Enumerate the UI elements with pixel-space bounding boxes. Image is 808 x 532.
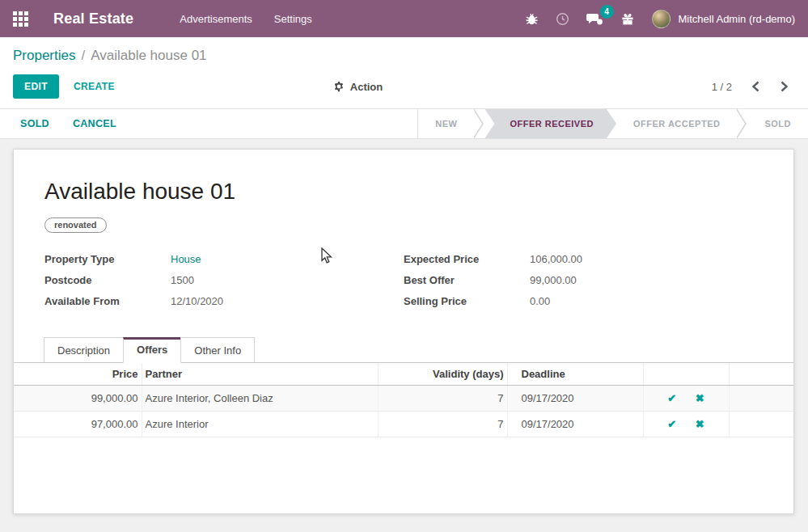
action-menu-button[interactable]: Action — [333, 81, 383, 93]
tab-bar: Description Offers Other Info — [14, 337, 793, 363]
form-status-row: SOLD CANCEL NEW OFFER RECEIVED OFFER ACC… — [0, 109, 808, 139]
field-value: 0.00 — [530, 295, 550, 308]
offer-row[interactable]: 99,000.00 Azure Interior, Colleen Diaz 7… — [14, 386, 793, 412]
tab-offers[interactable]: Offers — [123, 337, 181, 363]
breadcrumb-separator: / — [81, 48, 85, 63]
statusbar-separator — [737, 109, 747, 138]
user-menu[interactable]: Mitchell Admin (rd-demo) — [679, 13, 796, 25]
field-best-offer: Best Offer 99,000.00 — [404, 274, 763, 287]
tag-renovated[interactable]: renovated — [44, 217, 107, 233]
notebook: Description Offers Other Info Price Part… — [14, 337, 793, 437]
gear-icon — [333, 81, 345, 92]
property-type-link[interactable]: House — [171, 253, 201, 266]
menu-settings[interactable]: Settings — [274, 13, 312, 25]
offers-table: Price Partner Validity (days) Deadline 9… — [14, 363, 793, 437]
messages-count-badge: 4 — [600, 5, 614, 19]
app-title[interactable]: Real Estate — [53, 11, 133, 27]
field-postcode: Postcode 1500 — [44, 274, 404, 287]
column-header-validity[interactable]: Validity (days) — [378, 363, 507, 386]
top-navbar: Real Estate Advertisements Settings 4 — [0, 0, 808, 37]
debug-bug-icon[interactable] — [525, 12, 539, 26]
field-label: Property Type — [44, 253, 171, 266]
breadcrumb-parent-link[interactable]: Properties — [13, 48, 75, 63]
statusbar-separator — [474, 109, 484, 138]
offer-price[interactable]: 99,000.00 — [14, 386, 142, 412]
column-header-actions — [643, 363, 729, 386]
accept-offer-icon[interactable]: ✔ — [667, 418, 676, 430]
refuse-offer-icon[interactable]: ✖ — [696, 418, 704, 430]
field-available-from: Available From 12/10/2020 — [44, 295, 404, 308]
tab-other-info[interactable]: Other Info — [180, 337, 255, 362]
control-panel: Properties/Available house 01 EDIT CREAT… — [0, 37, 808, 109]
offers-header-row: Price Partner Validity (days) Deadline — [14, 363, 793, 386]
field-value: 106,000.00 — [530, 253, 582, 266]
column-header-price[interactable]: Price — [14, 363, 142, 386]
pager-next-button[interactable] — [780, 81, 789, 92]
breadcrumb: Properties/Available house 01 — [13, 48, 795, 64]
apps-menu-icon[interactable] — [13, 11, 28, 27]
field-label: Postcode — [44, 274, 171, 287]
field-property-type: Property Type House — [44, 253, 404, 266]
offer-price[interactable]: 97,000.00 — [14, 412, 142, 437]
offer-validity[interactable]: 7 — [378, 412, 507, 437]
field-selling-price: Selling Price 0.00 — [404, 295, 763, 308]
breadcrumb-current: Available house 01 — [91, 48, 206, 63]
stage-new[interactable]: NEW — [418, 109, 474, 138]
stage-offer-received[interactable]: OFFER RECEIVED — [484, 109, 616, 138]
column-header-partner[interactable]: Partner — [142, 363, 378, 386]
messages-icon[interactable]: 4 — [586, 11, 603, 26]
offer-deadline[interactable]: 09/17/2020 — [507, 412, 643, 437]
field-value: 12/10/2020 — [171, 295, 223, 308]
field-value: 99,000.00 — [530, 274, 577, 287]
pager-previous-button[interactable] — [751, 81, 760, 92]
nav-menu: Advertisements Settings — [180, 13, 312, 25]
stage-offer-accepted[interactable]: OFFER ACCEPTED — [616, 109, 737, 138]
cancel-button[interactable]: CANCEL — [73, 118, 116, 129]
user-avatar[interactable] — [652, 10, 671, 28]
edit-button[interactable]: EDIT — [13, 74, 59, 99]
create-button[interactable]: CREATE — [70, 74, 118, 99]
offer-row[interactable]: 97,000.00 Azure Interior 7 09/17/2020 ✔ … — [14, 412, 793, 437]
tab-description[interactable]: Description — [44, 337, 124, 362]
pager: 1 / 2 — [712, 81, 795, 93]
column-header-deadline[interactable]: Deadline — [507, 363, 643, 386]
field-expected-price: Expected Price 106,000.00 — [404, 253, 763, 266]
offer-validity[interactable]: 7 — [378, 386, 507, 412]
offer-partner[interactable]: Azure Interior — [142, 412, 378, 437]
field-value: 1500 — [171, 274, 194, 287]
stage-sold[interactable]: SOLD — [747, 109, 808, 138]
record-title: Available house 01 — [44, 179, 763, 205]
gift-icon[interactable] — [620, 11, 635, 26]
column-header-filler — [729, 363, 793, 386]
refuse-offer-icon[interactable]: ✖ — [696, 392, 704, 404]
offer-partner[interactable]: Azure Interior, Colleen Diaz — [142, 386, 378, 412]
field-groups: Property Type House Postcode 1500 Availa… — [44, 253, 763, 316]
form-sheet: Available house 01 renovated Property Ty… — [13, 149, 794, 514]
field-label: Available From — [44, 295, 171, 308]
action-label: Action — [350, 81, 383, 93]
activity-clock-icon[interactable] — [556, 12, 569, 26]
field-label: Best Offer — [404, 274, 530, 287]
accept-offer-icon[interactable]: ✔ — [667, 392, 676, 404]
navbar-right: 4 Mitchell Admin (rd-demo) — [525, 10, 796, 28]
menu-advertisements[interactable]: Advertisements — [180, 13, 252, 25]
field-label: Expected Price — [404, 253, 530, 266]
field-label: Selling Price — [404, 295, 530, 308]
pager-count: 1 / 2 — [712, 81, 732, 93]
offer-deadline[interactable]: 09/17/2020 — [507, 386, 643, 412]
statusbar: NEW OFFER RECEIVED OFFER ACCEPTED SOLD — [417, 109, 808, 138]
sold-button[interactable]: SOLD — [20, 118, 49, 129]
